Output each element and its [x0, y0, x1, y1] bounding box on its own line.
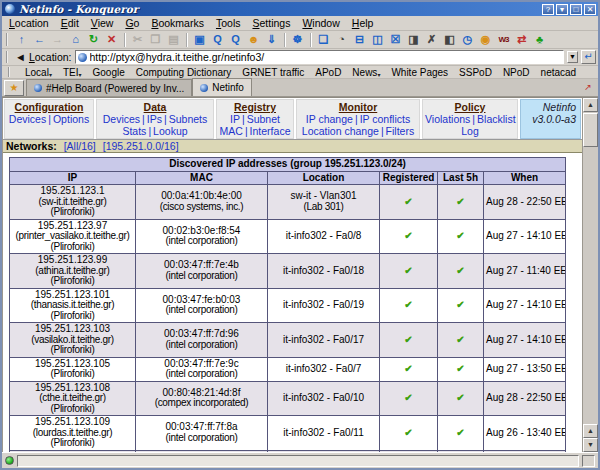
close-button[interactable]: ✕: [584, 4, 596, 15]
nav-link-config-devices[interactable]: Devices: [9, 113, 46, 125]
view-filter-icon[interactable]: ◨: [405, 32, 422, 48]
table-row: 195.251.123.105(Pliroforiki) 00:03:47:ff…: [10, 357, 566, 381]
location-input[interactable]: http://ptyx@hydra.it.teithe.gr/netinfo3/: [75, 50, 564, 64]
nav-link-registry-subnet[interactable]: Subnet: [247, 113, 280, 125]
split-top-bottom-icon[interactable]: ⊟: [351, 32, 368, 48]
maximize-button[interactable]: □: [570, 4, 582, 15]
download-icon[interactable]: ⇓: [263, 32, 280, 48]
settings-gear-icon[interactable]: ☸: [289, 32, 306, 48]
menu-bookmarks[interactable]: Bookmarks: [151, 17, 204, 29]
ip-cell: 195.251.123.99(athina.it.teithe.gr)(Plir…: [10, 254, 136, 289]
nav-link-monitor-ip-change[interactable]: IP change: [306, 113, 353, 125]
paste-icon[interactable]: ▤: [165, 32, 182, 48]
resize-grip[interactable]: [582, 455, 595, 467]
menu-location[interactable]: Location: [9, 17, 49, 29]
validator-icon[interactable]: W3: [495, 32, 512, 48]
switch-port: it-info302 - Fa0/19: [270, 300, 377, 311]
split-left-right-icon[interactable]: ◫: [369, 32, 386, 48]
go-button[interactable]: ↵: [581, 50, 596, 64]
tab-label: Netinfo: [212, 82, 244, 93]
bookbar-handle[interactable]: [8, 67, 12, 77]
title-bar[interactable]: Netinfo - Konqueror ? ▾ □ ✕: [2, 2, 598, 16]
bookmark-local[interactable]: Local▾: [25, 67, 52, 78]
tools-icon[interactable]: ✗: [423, 32, 440, 48]
history-icon[interactable]: ◷: [459, 32, 476, 48]
nav-link-data-lookup[interactable]: Lookup: [153, 125, 187, 137]
bookmark-google[interactable]: Google: [93, 67, 125, 78]
nav-link-registry-interface[interactable]: Interface: [250, 125, 291, 137]
menu-help[interactable]: Help: [352, 17, 374, 29]
shade-button[interactable]: ▾: [556, 4, 568, 15]
menu-view[interactable]: View: [91, 17, 114, 29]
help-button[interactable]: ?: [542, 4, 554, 15]
reload-icon[interactable]: ↻: [85, 32, 102, 48]
tree-icon[interactable]: ♣: [531, 32, 548, 48]
bookmark-white-pages[interactable]: White Pages: [391, 67, 448, 78]
home-icon[interactable]: ⌂: [67, 32, 84, 48]
scroll-down-icon[interactable]: ▼: [583, 438, 598, 452]
networks-link-subnet[interactable]: [195.251.0.0/16]: [103, 140, 179, 152]
menu-tools[interactable]: Tools: [216, 17, 241, 29]
identity-icon[interactable]: ☻: [245, 32, 262, 48]
scrollbar-thumb[interactable]: [583, 113, 598, 147]
forward-icon[interactable]: →: [49, 32, 66, 48]
print-icon[interactable]: ▣: [191, 32, 208, 48]
nav-link-monitor-filters[interactable]: Filters: [386, 125, 415, 137]
bookmark-tab-button[interactable]: ★: [4, 80, 24, 96]
menu-go[interactable]: Go: [125, 17, 139, 29]
nav-link-data-subnets[interactable]: Subnets: [169, 113, 208, 125]
ip-cell: 195.251.123.101(thanasis.it.teithe.gr)(P…: [10, 288, 136, 323]
url-text[interactable]: http://ptyx@hydra.it.teithe.gr/netinfo3/: [90, 51, 561, 63]
cut-icon[interactable]: ✂: [129, 32, 146, 48]
bookmark-tei[interactable]: TEI▾: [63, 67, 82, 78]
networks-link-all[interactable]: [All/16]: [64, 140, 96, 152]
clear-location-icon[interactable]: ◄: [15, 51, 26, 63]
vertical-scrollbar[interactable]: ▲ ▲ ▼: [582, 98, 598, 452]
locbar-handle[interactable]: [6, 51, 10, 64]
nav-link-data-devices[interactable]: Devices: [103, 113, 140, 125]
detach-tab-icon[interactable]: ↗: [580, 81, 596, 95]
copy-icon[interactable]: ❐: [147, 32, 164, 48]
nav-link-data-stats[interactable]: Stats: [122, 125, 146, 137]
new-window-icon[interactable]: ❑: [315, 32, 332, 48]
bookmark-grnet-traffic[interactable]: GRNET traffic: [242, 67, 304, 78]
nav-link-data-ips[interactable]: IPs: [147, 113, 162, 125]
bookmark-npod[interactable]: NPoD: [503, 67, 530, 78]
url-dropdown-icon[interactable]: ▼: [567, 51, 578, 63]
preview-icon[interactable]: ◔: [333, 32, 350, 48]
bookmark-apod[interactable]: APoD: [315, 67, 341, 78]
view-mode-icon[interactable]: ◧: [441, 32, 458, 48]
scroll-up-icon[interactable]: ▲: [583, 424, 598, 438]
nav-link-policy-log[interactable]: Log: [461, 125, 479, 137]
nav-link-config-options[interactable]: Options: [53, 113, 89, 125]
zoom-icon[interactable]: Q: [227, 32, 244, 48]
refresh-alt-icon[interactable]: ⇄: [513, 32, 530, 48]
stop-icon[interactable]: ✕: [103, 32, 120, 48]
menu-settings[interactable]: Settings: [252, 17, 290, 29]
bookmark-sspod[interactable]: SSPoD: [459, 67, 492, 78]
app-version-cell: Netinfo v3.0.0-a3: [520, 99, 581, 139]
nav-link-monitor-ip-conflicts[interactable]: IP conflicts: [360, 113, 411, 125]
up-icon[interactable]: ↑: [13, 32, 30, 48]
toolbar-separator: [124, 33, 125, 47]
bookmark-news[interactable]: News▾: [352, 67, 380, 78]
scroll-up-icon[interactable]: ▲: [583, 98, 598, 112]
close-view-icon[interactable]: ☒: [387, 32, 404, 48]
nav-link-registry-mac[interactable]: MAC: [220, 125, 243, 137]
security-icon[interactable]: ◉: [477, 32, 494, 48]
tab-netinfo[interactable]: Netinfo: [192, 78, 252, 96]
nav-link-registry-ip[interactable]: IP: [230, 113, 240, 125]
bookmark-computing-dictionary[interactable]: Computing Dictionary: [136, 67, 232, 78]
registered-check-icon: ✔: [380, 381, 438, 416]
bookmark-netacad[interactable]: netacad: [541, 67, 577, 78]
tab-help-board[interactable]: #Help Board (Powered by Inv...: [26, 79, 192, 96]
nav-link-policy-blacklist[interactable]: Blacklist: [477, 113, 516, 125]
toolbar-handle[interactable]: [6, 33, 10, 47]
back-icon[interactable]: ←: [31, 32, 48, 48]
menu-window[interactable]: Window: [302, 17, 339, 29]
menu-edit[interactable]: Edit: [61, 17, 79, 29]
find-icon[interactable]: Q: [209, 32, 226, 48]
nav-link-monitor-location-change[interactable]: Location change: [302, 125, 379, 137]
nav-link-policy-violations[interactable]: Violations: [425, 113, 470, 125]
scrollbar-track[interactable]: [583, 147, 598, 424]
